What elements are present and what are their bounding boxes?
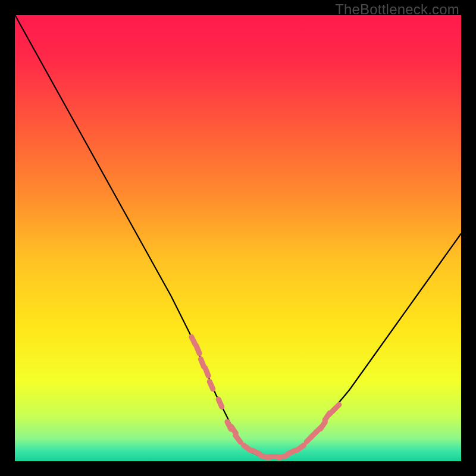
bottleneck-chart — [15, 15, 461, 461]
highlight-dash — [252, 450, 260, 454]
highlight-dash — [278, 456, 287, 458]
highlight-dash — [192, 337, 195, 345]
highlight-dash — [218, 399, 222, 407]
highlight-dash — [288, 450, 296, 454]
highlight-dash — [196, 346, 199, 353]
gradient-background — [15, 15, 461, 461]
highlight-dash — [205, 368, 208, 376]
highlight-dash — [209, 381, 213, 389]
chart-frame — [15, 15, 461, 461]
highlight-dash — [201, 359, 203, 367]
watermark-text: TheBottleneck.com — [335, 1, 459, 18]
